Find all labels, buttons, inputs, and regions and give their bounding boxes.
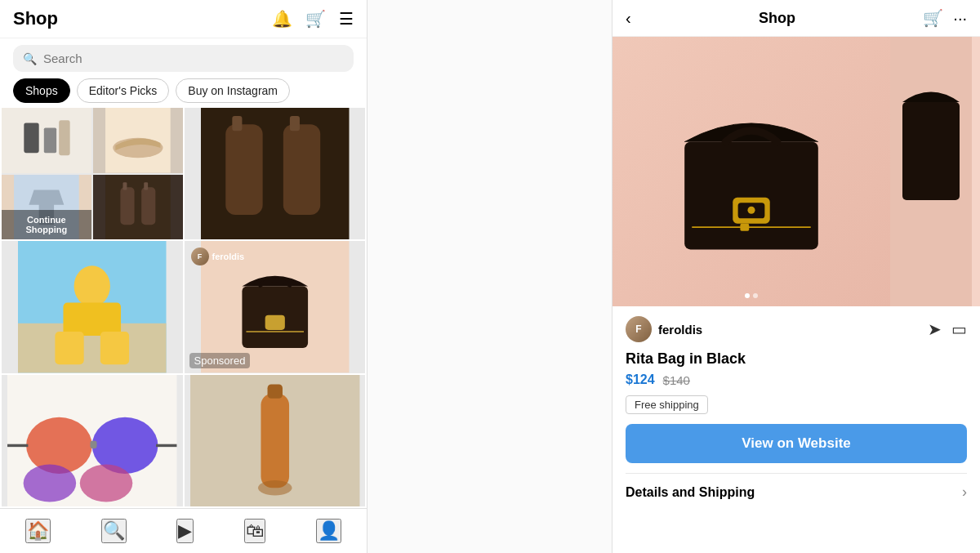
image-dots — [745, 293, 758, 298]
right-header: ‹ Shop 🛒 ··· — [612, 0, 980, 37]
svg-rect-47 — [902, 102, 960, 200]
svg-rect-2 — [44, 128, 56, 154]
product-bag-svg — [670, 82, 833, 261]
grid-cell-spray[interactable] — [93, 175, 183, 240]
product-main-image — [612, 37, 890, 306]
product-info: F feroldis ➤ ▭ Rita Bag in Black $124 $1… — [612, 306, 980, 553]
grid-top-left: Continue Shopping — [2, 108, 183, 239]
svg-rect-14 — [283, 124, 319, 215]
price-row: $124 $140 — [626, 372, 967, 387]
svg-point-43 — [747, 207, 755, 214]
center-panel: @font-face { } Instagram — [368, 0, 612, 553]
tab-shops[interactable]: Shops — [13, 78, 70, 103]
product-title: Rita Bag in Black — [626, 350, 967, 368]
svg-rect-11 — [144, 182, 148, 190]
nav-profile[interactable]: 👤 — [316, 519, 341, 543]
svg-point-28 — [26, 417, 92, 474]
svg-point-33 — [24, 464, 77, 502]
continue-shopping-label: Continue Shopping — [2, 210, 91, 239]
shoes-img — [93, 108, 183, 173]
svg-rect-10 — [122, 182, 127, 190]
sponsored-shop-avatar: F — [191, 248, 209, 265]
amber-bottle-img — [185, 375, 366, 506]
notification-icon[interactable]: 🔔 — [272, 9, 292, 29]
grid-cell-skincare[interactable] — [2, 108, 91, 173]
svg-rect-9 — [141, 187, 155, 225]
product-image-scroll[interactable] — [612, 37, 980, 306]
sponsored-label: Sponsored — [189, 353, 251, 368]
search-icon: 🔍 — [23, 52, 37, 65]
svg-rect-37 — [267, 384, 282, 398]
right-more-icon[interactable]: ··· — [953, 9, 967, 28]
svg-rect-3 — [59, 120, 69, 155]
save-icon[interactable]: ▭ — [951, 319, 967, 339]
avatar: F — [626, 316, 652, 342]
grid-cell-jacket[interactable]: Continue Shopping — [2, 175, 91, 240]
sponsored-shop-name: feroldis — [212, 252, 245, 261]
yellow-outfit-img — [2, 241, 183, 372]
spray-img — [93, 175, 183, 240]
svg-rect-20 — [63, 303, 121, 336]
svg-rect-36 — [261, 394, 289, 488]
svg-rect-16 — [289, 116, 299, 131]
svg-rect-7 — [105, 175, 171, 240]
price-original: $140 — [663, 373, 690, 387]
large-spray-img — [185, 108, 366, 239]
menu-icon[interactable]: ☰ — [339, 9, 354, 29]
bottom-nav: 🏠 🔍 ▶ 🛍 👤 — [0, 508, 367, 553]
nav-home[interactable]: 🏠 — [25, 519, 51, 543]
right-shop-title: Shop — [631, 10, 924, 27]
grid-sunglasses[interactable] — [2, 375, 183, 506]
svg-rect-1 — [24, 123, 38, 153]
product-actions: ➤ ▭ — [928, 319, 967, 339]
svg-point-19 — [74, 266, 110, 307]
svg-rect-21 — [55, 332, 83, 364]
product-img-2-svg — [890, 37, 972, 306]
sunglasses-img — [2, 375, 183, 506]
svg-rect-15 — [232, 116, 242, 131]
grid-spray-right[interactable] — [185, 108, 366, 239]
right-panel: ‹ Shop 🛒 ··· — [612, 0, 980, 553]
svg-rect-30 — [90, 440, 96, 448]
tab-editors-picks[interactable]: Editor's Picks — [77, 78, 170, 103]
svg-rect-13 — [225, 124, 262, 215]
grid-yellow-outfit[interactable] — [2, 241, 183, 372]
tab-buy-instagram[interactable]: Buy on Instagram — [176, 78, 290, 103]
product-secondary-image — [890, 37, 972, 306]
chevron-right-icon: › — [962, 484, 967, 501]
shop-name: feroldis — [658, 323, 702, 337]
svg-rect-45 — [740, 224, 749, 231]
cart-icon[interactable]: 🛒 — [305, 9, 326, 29]
left-panel: Shop 🔔 🛒 ☰ 🔍 Shops Editor's Picks Buy on… — [0, 0, 368, 553]
right-header-icons: 🛒 ··· — [923, 8, 967, 28]
search-input[interactable] — [43, 51, 344, 65]
grid-cell-shoes[interactable] — [93, 108, 183, 173]
grid-sponsored-bag[interactable]: F feroldis Sponsored — [185, 241, 366, 372]
dot-2 — [753, 293, 758, 298]
grid-amber-bottle[interactable] — [185, 375, 366, 506]
shop-info: F feroldis — [626, 316, 702, 342]
price-current: $124 — [626, 372, 655, 387]
back-button[interactable]: ‹ — [626, 9, 631, 28]
nav-shop[interactable]: 🛍 — [244, 519, 265, 543]
details-shipping-row[interactable]: Details and Shipping › — [626, 473, 967, 511]
product-grid: Continue Shopping — [0, 108, 367, 508]
instagram-logo: @font-face { } Instagram — [416, 24, 564, 530]
header-icons: 🔔 🛒 ☰ — [272, 9, 354, 29]
shipping-badge: Free shipping — [626, 395, 708, 414]
nav-reels[interactable]: ▶ — [176, 519, 194, 543]
search-wrap[interactable]: 🔍 — [13, 45, 354, 72]
right-cart-icon[interactable]: 🛒 — [923, 8, 943, 28]
svg-point-38 — [258, 480, 292, 495]
svg-rect-25 — [265, 315, 284, 330]
tab-bar: Shops Editor's Picks Buy on Instagram — [0, 78, 367, 103]
svg-point-34 — [80, 464, 133, 502]
nav-search[interactable]: 🔍 — [101, 519, 127, 543]
svg-rect-12 — [201, 108, 349, 239]
share-icon[interactable]: ➤ — [928, 319, 942, 339]
details-label: Details and Shipping — [626, 485, 755, 500]
view-website-button[interactable]: View on Website — [626, 424, 967, 463]
svg-rect-40 — [684, 142, 818, 250]
svg-rect-8 — [120, 187, 134, 225]
skincare-img — [2, 108, 91, 173]
